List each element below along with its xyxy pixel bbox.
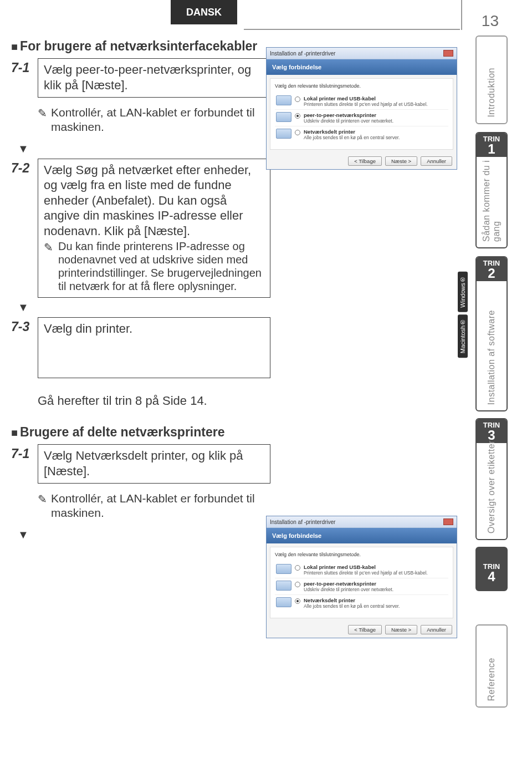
rail-trin-1[interactable]: TRIN1 Sådan kommer du i gang — [475, 132, 508, 248]
cancel-button[interactable]: Annuller — [421, 625, 452, 634]
radio-icon[interactable] — [295, 582, 300, 587]
trin4-num: 4 — [479, 570, 504, 583]
radio-icon[interactable] — [295, 565, 300, 571]
section-b-heading: Brugere af delte netværksprintere — [11, 425, 454, 440]
rail-trin-2[interactable]: TRIN2 Installation af software — [475, 256, 508, 411]
install-dialog-2: Installation af -printerdriver Vælg forb… — [266, 516, 457, 638]
opt3-label: Netværksdelt printer — [304, 129, 355, 135]
option-peer[interactable]: peer-to-peer-netværksprinterUdskriv dire… — [275, 110, 448, 126]
right-rail: Introduktion TRIN1 Sådan kommer du i gan… — [466, 24, 508, 767]
rail-reference[interactable]: Reference — [475, 624, 508, 708]
dialog-banner: Vælg forbindelse — [267, 59, 457, 75]
close-icon[interactable] — [443, 518, 453, 525]
os-tabs: Windows® Macintosh® — [458, 272, 474, 360]
next-button[interactable]: Næste > — [385, 156, 417, 166]
option-usb[interactable]: Lokal printer med USB-kabelPrinteren slu… — [275, 562, 448, 578]
rail-trin1-text: Sådan kommer du i gang — [482, 139, 502, 242]
opt2-label: peer-to-peer-netværksprinter — [304, 112, 376, 118]
radio-icon[interactable] — [295, 598, 300, 604]
rail-trin-4[interactable]: TRIN4 — [475, 547, 508, 591]
step-7-2-body: Vælg Søg på netværket efter enheder, og … — [38, 159, 270, 298]
down-arrow-icon: ▼ — [18, 301, 454, 314]
install-dialog-1: Installation af -printerdriver Vælg forb… — [266, 47, 457, 170]
opt2-sub: Udskriv direkte til printeren over netvæ… — [304, 587, 447, 592]
radio-icon[interactable] — [295, 130, 300, 135]
step-7-3-text: Vælg din printer. — [38, 317, 270, 378]
opt1-label: Lokal printer med USB-kabel — [304, 95, 376, 101]
opt3-sub: Alle jobs sendes til en kø på en central… — [304, 135, 447, 140]
radio-icon[interactable] — [295, 96, 300, 102]
dialog-title: Installation af -printerdriver — [270, 519, 335, 525]
printer-icon — [276, 112, 291, 122]
opt3-sub: Alle jobs sendes til en kø på en central… — [304, 603, 447, 609]
opt2-label: peer-to-peer-netværksprinter — [304, 581, 376, 587]
cancel-button[interactable]: Annuller — [421, 156, 452, 166]
printer-icon — [276, 95, 291, 105]
dialog-title: Installation af -printerdriver — [270, 50, 335, 57]
step-7-2-text: Vælg Søg på netværket efter enheder, og … — [44, 163, 251, 238]
dialog-instruction: Vælg den relevante tilslutningsmetode. — [275, 552, 448, 557]
pencil-note-icon: ✎ — [38, 491, 51, 506]
opt1-sub: Printeren sluttes direkte til pc'en ved … — [304, 101, 447, 107]
pencil-note-icon: ✎ — [38, 105, 51, 120]
printer-icon — [276, 597, 291, 607]
opt1-sub: Printeren sluttes direkte til pc'en ved … — [304, 570, 447, 576]
option-shared[interactable]: Netværksdelt printerAlle jobs sendes til… — [275, 126, 448, 143]
rail-intro[interactable]: Introduktion — [475, 35, 508, 124]
pencil-note-icon: ✎ — [44, 240, 58, 254]
trin2-num: 2 — [477, 267, 507, 280]
step-7-2-subnote: Du kan finde printerens IP-adresse og no… — [58, 240, 264, 293]
option-shared[interactable]: Netværksdelt printerAlle jobs sendes til… — [275, 595, 448, 611]
language-tab: DANSK — [171, 0, 237, 24]
step-7-1-num: 7-1 — [11, 58, 38, 75]
step-b-7-1-num: 7-1 — [11, 444, 38, 461]
printer-icon — [276, 129, 291, 139]
printer-icon — [276, 564, 291, 574]
back-button[interactable]: < Tilbage — [348, 156, 382, 166]
step-7-1-text: Vælg peer-to-peer-netværksprinter, og kl… — [38, 58, 270, 98]
os-tab-macintosh[interactable]: Macintosh® — [458, 314, 468, 358]
rail-trin2-text: Installation af software — [487, 310, 497, 405]
opt2-sub: Udskriv direkte til printeren over netvæ… — [304, 118, 447, 124]
dialog-instruction: Vælg den relevante tilslutningsmetode. — [275, 83, 448, 89]
next-button[interactable]: Næste > — [385, 625, 417, 634]
rail-trin3-text: Oversigt over etiketter — [487, 440, 497, 533]
note-b-text: Kontrollér, at LAN-kablet er forbundet t… — [51, 491, 270, 521]
goto-text: Gå herefter til trin 8 på Side 14. — [38, 394, 454, 408]
dialog-banner: Vælg forbindelse — [267, 528, 457, 543]
step-b-7-1-text: Vælg Netværksdelt printer, og klik på [N… — [38, 444, 270, 484]
close-icon[interactable] — [443, 50, 453, 57]
radio-icon[interactable] — [295, 113, 300, 119]
option-usb[interactable]: Lokal printer med USB-kabelPrinteren slu… — [275, 93, 448, 110]
rail-trin-3[interactable]: TRIN3 Oversigt over etiketter — [475, 418, 508, 540]
step-7-3-num: 7-3 — [11, 317, 38, 334]
rail-intro-label: Introduktion — [487, 68, 497, 118]
printer-icon — [276, 581, 291, 591]
opt1-label: Lokal printer med USB-kabel — [304, 564, 376, 570]
os-tab-windows[interactable]: Windows® — [458, 272, 468, 312]
rail-ref-label: Reference — [487, 658, 497, 701]
option-peer[interactable]: peer-to-peer-netværksprinterUdskriv dire… — [275, 578, 448, 595]
opt3-label: Netværksdelt printer — [304, 597, 355, 603]
note-a-text: Kontrollér, at LAN-kablet er forbundet t… — [51, 105, 270, 135]
step-7-2-num: 7-2 — [11, 159, 38, 176]
back-button[interactable]: < Tilbage — [348, 625, 382, 634]
